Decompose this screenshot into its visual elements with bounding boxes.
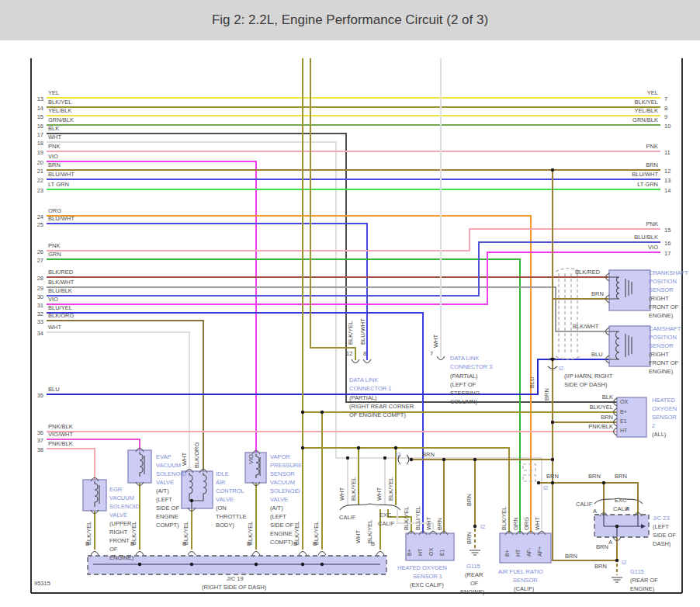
vapor-pressure-solenoid-valve-box: [245, 453, 266, 483]
camshaft-position-sensor-box: [609, 326, 650, 366]
air-fuel-ratio-sensor-box: [500, 533, 551, 563]
wiring-diagram-page: Fig 2: 2.2L, Engine Performance Circuit …: [0, 0, 700, 607]
heated-oxygen-sensor-1-box: [406, 533, 454, 560]
jc19-junction-box: [88, 556, 386, 574]
valve-ground-leads: [95, 483, 256, 550]
coil-symbols: [95, 277, 632, 508]
idle-air-control-valve-box: [182, 471, 213, 508]
wiring-diagram-canvas: [0, 0, 700, 607]
heated-oxygen-sensor-2-box: [617, 397, 646, 437]
crankshaft-position-sensor-box: [609, 270, 650, 310]
diagram-code: 95315: [34, 581, 50, 587]
